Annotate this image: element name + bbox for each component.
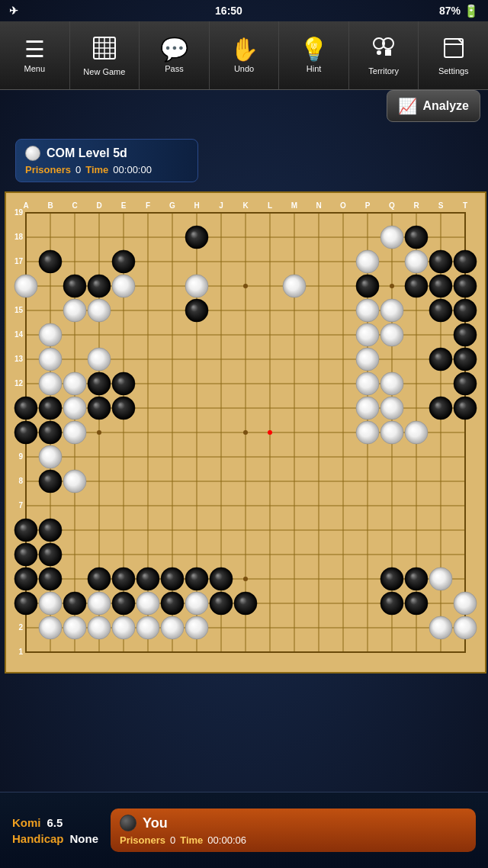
menu-button[interactable]: ☰ Menu <box>0 21 70 89</box>
analyze-icon: 📈 <box>398 97 417 115</box>
komi-val: 6.5 <box>47 816 63 829</box>
board-container <box>0 191 488 677</box>
svg-point-9 <box>377 50 381 55</box>
go-board[interactable] <box>5 191 486 674</box>
battery-icon: 🔋 <box>464 4 479 18</box>
komi-panel: Komi 6.5 Handicap None <box>12 816 98 845</box>
com-prisoners-label: Prisoners <box>25 164 71 175</box>
territory-button[interactable]: Territory <box>349 21 419 89</box>
menu-label: Menu <box>24 64 46 73</box>
battery-text: 87% <box>439 5 461 17</box>
you-time-label: Time <box>180 834 203 846</box>
status-left: ✈ <box>9 5 18 17</box>
airplane-icon: ✈ <box>9 5 18 17</box>
handicap-val: None <box>70 832 99 845</box>
you-panel: You Prisoners 0 Time 00:00:06 <box>111 809 476 852</box>
svg-rect-10 <box>385 50 391 56</box>
handicap-label: Handicap <box>12 832 64 845</box>
you-time-val: 00:00:06 <box>207 834 246 846</box>
new-game-icon <box>92 35 117 64</box>
you-prisoners-val: 0 <box>170 834 175 846</box>
new-game-button[interactable]: New Game <box>70 21 140 89</box>
you-stone <box>120 815 136 831</box>
com-prisoners-val: 0 <box>75 164 81 175</box>
analyze-label: Analyze <box>423 99 469 113</box>
com-stone <box>25 146 40 161</box>
analyze-button[interactable]: 📈 Analyze <box>387 90 480 122</box>
hint-icon: 💡 <box>300 38 328 61</box>
menu-icon: ☰ <box>24 38 45 61</box>
hint-button[interactable]: 💡 Hint <box>279 21 349 89</box>
bottom-panel: Komi 6.5 Handicap None You Prisoners 0 T… <box>0 792 488 868</box>
com-time-label: Time <box>85 164 108 175</box>
territory-icon <box>371 36 396 63</box>
hint-label: Hint <box>307 64 322 73</box>
komi-label: Komi <box>12 816 41 829</box>
undo-button[interactable]: ✋ Undo <box>210 21 280 89</box>
pass-label: Pass <box>165 64 183 73</box>
status-time: 16:50 <box>215 5 242 17</box>
new-game-label: New Game <box>83 67 125 76</box>
status-bar: ✈ 16:50 87% 🔋 <box>0 0 488 21</box>
pass-icon: 💬 <box>160 38 188 61</box>
settings-label: Settings <box>438 66 469 76</box>
status-right: 87% 🔋 <box>439 4 479 18</box>
com-player-info: COM Level 5d Prisoners 0 Time 00:00:00 <box>15 139 198 182</box>
toolbar: ☰ Menu New Game 💬 Pass ✋ Undo 💡 Hint <box>0 21 488 90</box>
undo-icon: ✋ <box>230 38 258 61</box>
com-time-val: 00:00:00 <box>113 164 152 175</box>
you-prisoners-label: Prisoners <box>120 834 165 846</box>
you-name: You <box>143 815 168 831</box>
com-level-text: COM Level 5d <box>47 146 127 160</box>
territory-label: Territory <box>368 66 399 76</box>
settings-button[interactable]: Settings <box>419 21 488 89</box>
undo-label: Undo <box>234 64 254 73</box>
pass-button[interactable]: 💬 Pass <box>140 21 210 89</box>
settings-icon <box>441 36 466 63</box>
